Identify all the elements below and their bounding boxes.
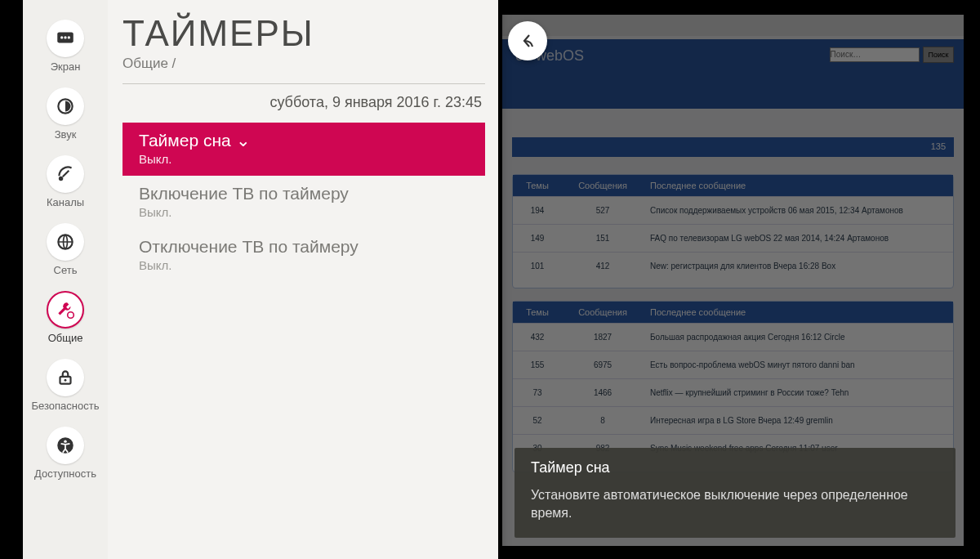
sidebar-item-label: Звук [55,128,77,141]
settings-sidebar: Экран Звук Каналы Сеть Общие Безопасност… [23,0,108,559]
option-value: Выкл. [139,258,469,272]
divider [122,83,485,84]
forum-section-1: Темы Сообщения Последнее сообщение 19452… [512,174,954,288]
forum-section-header: Темы Сообщения Последнее сообщение [513,175,953,196]
accessibility-icon [55,435,76,456]
sidebar-item-general[interactable]: Общие [29,286,101,351]
forum-search: Поиск [830,46,954,63]
option-value: Выкл. [139,152,469,166]
forum-strip: 135 [512,137,954,157]
forum-row: 101412New: регистрация для клиентов Вчер… [513,252,953,280]
sidebar-item-network[interactable]: Сеть [29,218,101,283]
tooltip-title: Таймер сна [531,459,939,476]
sidebar-item-screen[interactable]: Экран [29,15,101,79]
sidebar-item-accessibility[interactable]: Доступность [29,422,101,486]
tooltip-body: Установите автоматическое выключение чер… [531,486,939,523]
page-title: ТАЙМЕРЫ [122,13,485,54]
sidebar-item-label: Безопасность [32,400,100,412]
sidebar-item-label: Общие [48,332,83,344]
lock-icon [55,367,76,388]
option-value: Выкл. [139,205,469,219]
breadcrumb: Общие / [122,56,485,72]
back-button[interactable] [508,21,547,60]
sidebar-item-label: Экран [51,60,81,73]
forum-search-input[interactable] [830,47,920,62]
sidebar-item-label: Сеть [54,264,78,276]
forum-section-2: Темы Сообщения Последнее сообщение 43218… [512,301,954,472]
forum-row: 731466Netflix — крупнейший стриминг в Ро… [513,378,953,406]
screen-icon [55,28,76,49]
settings-panel: Экран Звук Каналы Сеть Общие Безопасност… [23,0,498,559]
forum-row: 1556975Есть вопрос-проблема webOS минут … [513,351,953,378]
globe-icon [55,231,76,253]
forum-search-button[interactable]: Поиск [923,47,954,63]
svg-point-7 [68,312,74,319]
wrench-gear-icon [55,299,76,320]
svg-point-2 [64,36,66,38]
forum-row: 4321827Большая распродажная акция Сегодн… [513,323,953,351]
datetime-label: суббота, 9 января 2016 г. 23:45 [122,89,485,123]
satellite-icon [55,163,76,185]
option-title: Отключение ТВ по таймеру [139,237,469,257]
browser-titlebar [502,15,964,36]
svg-point-9 [65,379,67,382]
forum-row: 528Интересная игра в LG Store Вчера 12:4… [513,406,953,434]
forum-row: 149151FAQ по телевизорам LG webOS 22 мая… [513,224,953,252]
option-sleep-timer[interactable]: Таймер сна⌄ Выкл. [122,123,485,176]
option-power-on-timer[interactable]: Включение ТВ по таймеру Выкл. [122,176,485,229]
back-arrow-icon [518,31,537,51]
forum-section-header: Темы Сообщения Последнее сообщение [513,302,953,323]
sound-icon [55,96,76,117]
svg-point-1 [60,36,63,38]
sidebar-item-label: Каналы [47,196,84,208]
svg-point-5 [59,177,63,181]
option-power-off-timer[interactable]: Отключение ТВ по таймеру Выкл. [122,229,485,282]
option-title: Таймер сна [139,131,231,150]
forum-header: en webOS Поиск [502,39,964,109]
sidebar-item-security[interactable]: Безопасность [29,354,101,418]
sidebar-item-sound[interactable]: Звук [29,83,101,147]
svg-point-11 [64,440,66,442]
option-title: Включение ТВ по таймеру [139,184,469,203]
svg-point-3 [68,36,70,38]
sidebar-item-channels[interactable]: Каналы [29,150,101,215]
forum-row: 194527Список поддерживаемых устройств 06… [513,196,953,224]
help-tooltip: Таймер сна Установите автоматическое вык… [514,448,956,538]
chevron-down-icon: ⌄ [236,131,251,150]
sidebar-item-label: Доступность [34,467,96,480]
settings-content: ТАЙМЕРЫ Общие / суббота, 9 января 2016 г… [108,0,498,559]
